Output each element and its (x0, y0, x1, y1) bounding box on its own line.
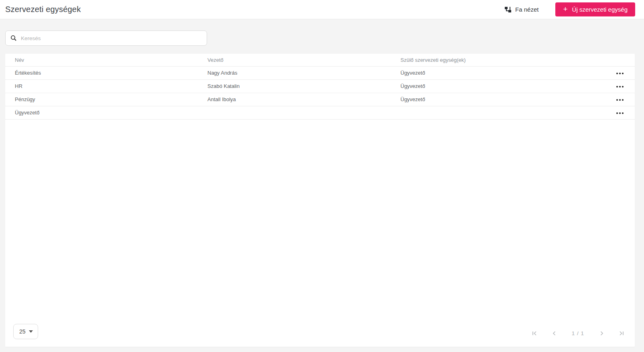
row-more-menu-icon[interactable] (616, 71, 624, 76)
cell-leader: Nagy András (198, 66, 391, 79)
row-more-menu-icon[interactable] (616, 98, 624, 102)
chevron-right-icon (599, 330, 605, 336)
org-units-card: Név Vezető Szülő szervezeti egység(ek) É… (5, 54, 635, 347)
table-header-row: Név Vezető Szülő szervezeti egység(ek) (5, 54, 635, 66)
top-bar: Szervezeti egységek Fa nézet + Új szerve… (0, 0, 644, 19)
column-header-parent: Szülő szervezeti egység(ek) (391, 54, 601, 66)
cell-name: Pénzügy (5, 93, 198, 106)
page-size-value: 25 (19, 328, 26, 335)
column-header-name: Név (5, 54, 198, 66)
search-icon (10, 35, 17, 41)
row-more-menu-icon[interactable] (616, 84, 624, 89)
cell-name: HR (5, 79, 198, 93)
first-page-button[interactable] (531, 330, 538, 337)
cell-parent: Ügyvezető (391, 79, 601, 93)
search-box[interactable] (5, 31, 207, 46)
chevron-left-icon (551, 330, 557, 336)
new-org-unit-button[interactable]: + Új szervezeti egység (555, 2, 635, 16)
prev-page-button[interactable] (551, 330, 558, 337)
cell-parent: Ügyvezető (391, 93, 601, 106)
page-indicator: 1 / 1 (572, 330, 584, 336)
tree-view-label: Fa nézet (515, 6, 538, 13)
table-row[interactable]: Ügyvezető (5, 106, 635, 119)
plus-icon: + (563, 5, 567, 13)
tree-view-icon (504, 6, 512, 13)
cell-name: Értékesítés (5, 66, 198, 79)
column-header-actions (601, 54, 635, 66)
pagination: 1 / 1 (531, 330, 625, 337)
first-page-icon (532, 330, 538, 336)
search-input[interactable] (21, 35, 202, 41)
page-size-select[interactable]: 25 (13, 324, 38, 339)
cell-parent: Ügyvezető (391, 66, 601, 79)
last-page-button[interactable] (618, 330, 625, 337)
cell-name: Ügyvezető (5, 106, 198, 119)
cell-leader (198, 106, 391, 119)
org-units-table: Név Vezető Szülő szervezeti egység(ek) É… (5, 54, 635, 120)
next-page-button[interactable] (598, 330, 605, 337)
cell-leader: Szabó Katalin (198, 79, 391, 93)
new-org-unit-label: Új szervezeti egység (572, 6, 628, 13)
page-title: Szervezeti egységek (5, 5, 81, 14)
column-header-leader: Vezető (198, 54, 391, 66)
caret-down-icon (29, 330, 33, 333)
table-row[interactable]: Értékesítés Nagy András Ügyvezető (5, 66, 635, 79)
cell-leader: Antall Ibolya (198, 93, 391, 106)
tree-view-button[interactable]: Fa nézet (504, 6, 538, 13)
row-more-menu-icon[interactable] (616, 111, 624, 116)
table-row[interactable]: HR Szabó Katalin Ügyvezető (5, 79, 635, 93)
last-page-icon (618, 330, 624, 336)
table-row[interactable]: Pénzügy Antall Ibolya Ügyvezető (5, 93, 635, 106)
cell-parent (391, 106, 601, 119)
